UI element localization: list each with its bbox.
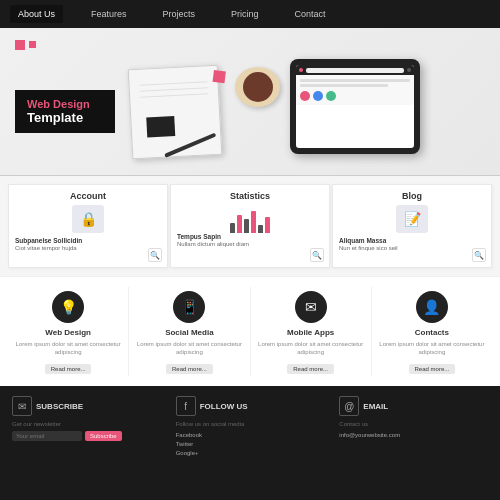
footer-col-subscribe: ✉ Subscribe Get our newsletter Subscribe [12,396,161,441]
feature-text: Lorem ipsum dolor sit amet consectetur a… [135,340,243,357]
tablet-content [296,75,414,105]
feature-read-more-btn[interactable]: Read more... [409,364,456,374]
card-subtitle: Tempus Sapin [177,233,323,241]
card-text: Aliquam Massa Nun et finque sico seil [339,237,485,253]
feature-social-media: 📱 Social Media Lorem ipsum dolor sit ame… [129,287,250,376]
tc-icon-green [326,91,336,101]
card-account: Account 🔒 Subpanelse Sollicidin Ciot vit… [8,184,168,268]
footer-subscribe-btn[interactable]: Subscribe [85,431,122,441]
feature-read-more-btn[interactable]: Read more... [45,364,92,374]
feature-icon: 📱 [173,291,205,323]
notebook-lines [129,65,219,113]
footer-social-link[interactable]: Twitter [176,440,325,449]
nav-item-contact[interactable]: Contact [287,5,334,23]
tc-bar-1 [300,79,410,82]
footer-subscribe-row: Subscribe [12,431,161,441]
feature-icon: 👤 [416,291,448,323]
bar-5 [258,225,263,233]
card-search-btn[interactable]: 🔍 [310,248,324,262]
footer-col-follow-us: f Follow Us Follow us on social media Fa… [176,396,325,458]
feature-text: Lorem ipsum dolor sit amet consectetur a… [257,340,365,357]
nav-item-features[interactable]: Features [83,5,135,23]
pink-square-1 [15,40,25,50]
footer-col-label: Email [363,402,388,411]
card-icon-area: 📝 [339,205,485,233]
coffee-inner [243,72,273,102]
footer-social-link[interactable]: Facebook [176,431,325,440]
footer-follow-us-icon: f [176,396,196,416]
notebook-illustration [128,64,223,159]
features-section: 💡 Web Design Lorem ipsum dolor sit amet … [0,276,500,386]
card-search-btn[interactable]: 🔍 [148,248,162,262]
card-icon-box: 📝 [396,205,428,233]
footer-social-link[interactable]: Google+ [176,449,325,458]
footer-col-sub: Get our newsletter [12,421,161,427]
nb-line-2 [140,87,208,92]
bar-2 [237,215,242,233]
card-icon-box: 🔒 [72,205,104,233]
card-search-btn[interactable]: 🔍 [472,248,486,262]
bar-3 [244,219,249,233]
card-title: Account [15,191,161,201]
coffee-cup [235,67,280,107]
tablet-navbar [296,65,414,75]
tc-bar-2 [300,84,388,87]
nb-line-3 [140,93,208,98]
navbar: About UsFeaturesProjectsPricingContact [0,0,500,28]
feature-text: Lorem ipsum dolor sit amet consectetur a… [14,340,122,357]
bar-1 [230,223,235,233]
feature-title: Mobile Apps [257,328,365,337]
tablet-illustration [290,59,420,154]
feature-icon: ✉ [295,291,327,323]
hero-line1: Web Design [27,98,103,110]
card-text: Subpanelse Sollicidin Ciot vitae tempor … [15,237,161,253]
feature-read-more-btn[interactable]: Read more... [166,364,213,374]
feature-web-design: 💡 Web Design Lorem ipsum dolor sit amet … [8,287,129,376]
feature-contacts: 👤 Contacts Lorem ipsum dolor sit amet co… [372,287,492,376]
nav-item-about-us[interactable]: About Us [10,5,63,23]
bar-4 [251,211,256,233]
footer-col-label: Follow Us [200,402,248,411]
cards-section: Account 🔒 Subpanelse Sollicidin Ciot vit… [0,176,500,276]
footer-col-header: @ Email [339,396,488,416]
nav-item-projects[interactable]: Projects [155,5,204,23]
feature-title: Social Media [135,328,243,337]
feature-title: Web Design [14,328,122,337]
footer-email-icon: @ [339,396,359,416]
card-icon-area: 🔒 [15,205,161,233]
nb-line-1 [140,81,208,86]
feature-mobile-apps: ✉ Mobile Apps Lorem ipsum dolor sit amet… [251,287,372,376]
stats-chart [177,205,323,233]
feature-text: Lorem ipsum dolor sit amet consectetur a… [378,340,486,357]
hero-text-block: Web Design Template [15,90,115,133]
pink-square-2 [29,41,36,48]
card-title: Blog [339,191,485,201]
hero-decoration [15,40,36,50]
tablet-dot-2 [407,68,411,72]
tablet-dot-1 [299,68,303,72]
footer-subscribe-icon: ✉ [12,396,32,416]
tc-icons [300,91,410,101]
card-subtitle: Aliquam Massa [339,237,485,245]
bar-6 [265,217,270,233]
card-subtitle: Subpanelse Sollicidin [15,237,161,245]
footer: ✉ Subscribe Get our newsletter Subscribe… [0,386,500,500]
feature-read-more-btn[interactable]: Read more... [287,364,334,374]
footer-email-text: info@yourwebsite.com [339,431,488,440]
nav-item-pricing[interactable]: Pricing [223,5,267,23]
feature-icon: 💡 [52,291,84,323]
footer-col-header: ✉ Subscribe [12,396,161,416]
footer-col-label: Subscribe [36,402,83,411]
hero-section: Web Design Template [0,28,500,176]
tc-icon-pink [300,91,310,101]
card-blog: Blog 📝 Aliquam Massa Nun et finque sico … [332,184,492,268]
footer-col-sub: Contact us [339,421,488,427]
notebook-card [146,116,175,137]
tablet-screen [296,65,414,148]
hero-line2: Template [27,110,103,125]
footer-email-input[interactable] [12,431,82,441]
footer-col-header: f Follow Us [176,396,325,416]
tc-icon-blue [313,91,323,101]
feature-title: Contacts [378,328,486,337]
card-title: Statistics [177,191,323,201]
